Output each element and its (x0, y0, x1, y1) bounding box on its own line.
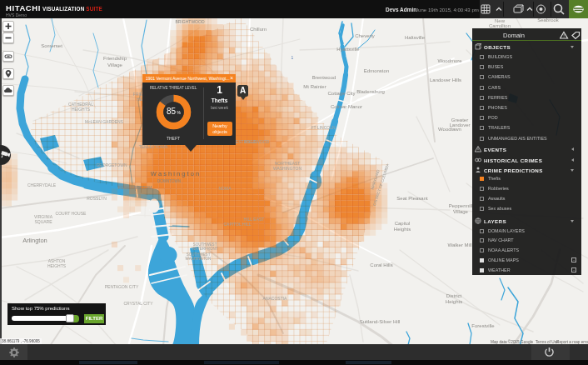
svg-text:Suitland-Silver Hill: Suitland-Silver Hill (360, 319, 401, 324)
svg-text:Cheverly: Cheverly (355, 33, 375, 38)
svg-text:HEIGHTS: HEIGHTS (47, 263, 67, 268)
svg-text:WATERFRONT: WATERFRONT (192, 247, 217, 251)
svg-text:Woodmore: Woodmore (437, 58, 462, 63)
svg-text:Arlington: Arlington (22, 237, 47, 244)
svg-text:Heights: Heights (394, 227, 411, 232)
svg-text:Somerset: Somerset (41, 43, 62, 48)
svg-text:Mt Rainier: Mt Rainier (303, 84, 326, 89)
svg-text:1: 1 (292, 55, 294, 60)
svg-text:CAPITOL HILL: CAPITOL HILL (223, 222, 251, 227)
svg-text:District: District (446, 293, 462, 298)
svg-text:GEORGETOWN: GEORGETOWN (96, 162, 127, 168)
svg-text:PENTAGON CITY: PENTAGON CITY (105, 284, 139, 289)
svg-text:FOGGY BOTTOM: FOGGY BOTTOM (118, 185, 152, 190)
svg-text:Village: Village (453, 209, 469, 214)
svg-text:HEIGHTS: HEIGHTS (72, 107, 91, 112)
svg-text:DOWNTOWN: DOWNTOWN (157, 179, 181, 183)
svg-text:Heights: Heights (446, 299, 462, 304)
svg-text:Landover: Landover (449, 122, 470, 128)
svg-text:CRYSTAL CITY: CRYSTAL CITY (123, 301, 153, 306)
svg-text:WASHINGTON: WASHINGTON (273, 166, 302, 171)
svg-text:SQUARE: SQUARE (34, 219, 52, 224)
svg-text:Haltsville: Haltsville (405, 35, 426, 40)
svg-text:Cottage City: Cottage City (327, 91, 355, 96)
svg-text:McLEAN GARDENS: McLEAN GARDENS (85, 119, 124, 124)
svg-text:ROSSLYN: ROSSLYN (87, 196, 107, 201)
svg-text:NOMA: NOMA (219, 186, 232, 191)
svg-text:Bladensburg: Bladensburg (356, 89, 385, 94)
svg-text:Chillum: Chillum (250, 27, 267, 32)
svg-text:Walker Mill: Walker Mill (447, 242, 471, 248)
svg-text:Capitol: Capitol (395, 221, 411, 226)
svg-text:Peppermill: Peppermill (449, 203, 472, 208)
svg-text:FT LINCOLN: FT LINCOLN (311, 125, 335, 130)
svg-text:WASHINGTON: WASHINGTON (186, 257, 212, 261)
svg-text:Coral Hills: Coral Hills (370, 262, 392, 268)
svg-text:HILL EAST: HILL EAST (244, 217, 265, 222)
svg-text:Seat Pleasant: Seat Pleasant (396, 196, 428, 201)
svg-text:Brentwood: Brentwood (312, 75, 336, 80)
svg-text:Colmar Manor: Colmar Manor (331, 104, 362, 109)
svg-text:Edmonston: Edmonston (364, 68, 389, 73)
svg-text:CHERRYDALE: CHERRYDALE (27, 182, 57, 188)
svg-text:W a s h i n g t o n: W a s h i n g t o n (151, 170, 199, 178)
svg-text:ANACOSTIA: ANACOSTIA (263, 296, 288, 301)
svg-text:EDGEWOOD: EDGEWOOD (244, 139, 270, 144)
svg-text:Forestville: Forestville (471, 323, 495, 328)
svg-text:Hyattsville: Hyattsville (336, 47, 360, 52)
svg-text:Village: Village (107, 62, 123, 68)
svg-text:COURT HOUSE: COURT HOUSE (56, 211, 87, 216)
svg-text:BRIGHTWOOD: BRIGHTWOOD (176, 19, 205, 24)
svg-text:Friendship: Friendship (103, 56, 127, 61)
svg-text:Landover Hills: Landover Hills (430, 78, 461, 82)
